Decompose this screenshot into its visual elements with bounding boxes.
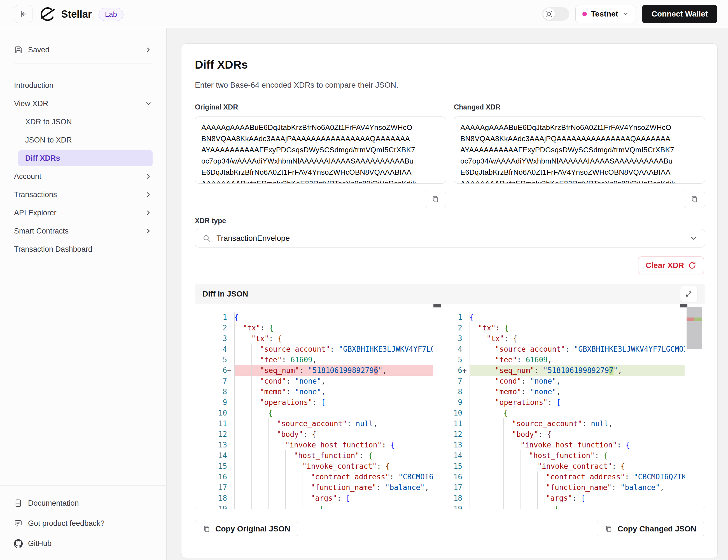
sidebar-item-saved[interactable]: Saved xyxy=(0,41,167,58)
diff-sash-handle[interactable] xyxy=(433,304,441,307)
indent-guide xyxy=(478,376,487,386)
sidebar-footer-got-product-feedback-[interactable]: Got product feedback? xyxy=(0,515,167,532)
diff-line-marker: − xyxy=(227,365,234,376)
code-line: 2"tx": { xyxy=(195,323,433,333)
brand[interactable]: Stellar Lab xyxy=(40,6,123,22)
chevron-down-icon xyxy=(622,11,629,17)
code-line: 8"memo": "none", xyxy=(195,386,433,397)
sidebar-item-account[interactable]: Account xyxy=(0,168,167,185)
indent-guide xyxy=(470,376,478,386)
sidebar-item-json-to-xdr[interactable]: JSON to XDR xyxy=(0,132,167,148)
code-line: 3"tx": { xyxy=(195,333,433,344)
scrollbar-thumb[interactable] xyxy=(687,307,702,349)
copy-changed-xdr-button[interactable] xyxy=(684,190,705,208)
diff-line-marker xyxy=(227,472,234,482)
chevron-right-icon xyxy=(145,209,152,216)
indent-guide xyxy=(503,493,512,503)
copy-original-xdr-button[interactable] xyxy=(425,190,446,208)
diff-overview-ruler xyxy=(687,304,702,509)
code-line: 16"contract_address": "CBCMOI6QZTKWWWVZ3… xyxy=(195,472,433,482)
clear-xdr-button[interactable]: Clear XDR xyxy=(638,256,704,274)
sidebar-item-transactions[interactable]: Transactions xyxy=(0,186,167,203)
connect-wallet-button[interactable]: Connect Wallet xyxy=(642,5,717,23)
indent-guide xyxy=(470,344,478,354)
indent-guide xyxy=(251,450,260,461)
chevron-down-icon xyxy=(690,234,697,242)
diff-xdrs-card: Diff XDRs Enter two Base-64 encoded XDRs… xyxy=(181,43,718,558)
indent-guide xyxy=(487,429,495,440)
original-xdr-textarea[interactable]: AAAAAgAAAABuE6DqJtabKrzBfrNo6A0Zt1FrFAV4… xyxy=(195,116,446,184)
indent-guide xyxy=(470,472,478,482)
xdr-type-select[interactable]: TransactionEnvelope xyxy=(195,229,705,248)
diff-json-header: Diff in JSON xyxy=(195,284,705,304)
copy-changed-json-button[interactable]: Copy Changed JSON xyxy=(597,520,704,538)
code-line: 7"cond": "none", xyxy=(195,376,433,386)
changed-xdr-textarea[interactable]: AAAAAgAAAABuE6DqJtabKrzBfrNo6A0Zt1FrFAV4… xyxy=(454,116,705,184)
sidebar-item-view-xdr[interactable]: View XDR xyxy=(0,95,167,112)
sidebar-item-introduction[interactable]: Introduction xyxy=(0,77,167,94)
expand-diff-button[interactable] xyxy=(680,286,697,302)
copy-original-json-button[interactable]: Copy Original JSON xyxy=(195,520,298,538)
code-line: 7"cond": "none", xyxy=(439,376,685,386)
indent-guide xyxy=(478,354,487,365)
indent-guide xyxy=(512,440,521,450)
indent-guide xyxy=(470,493,478,503)
sidebar-item-transaction-dashboard[interactable]: Transaction Dashboard xyxy=(0,241,167,258)
indent-guide xyxy=(512,472,521,482)
diff-left-pane[interactable]: 1{2"tx": {3"tx": {4"source_account": "GB… xyxy=(195,304,433,509)
indent-guide xyxy=(512,450,521,461)
xdr-text-line: AAAAAgAAAABuE6DqJtabKrzBfrNo6A0Zt1FrFAV4… xyxy=(460,122,699,133)
indent-guide xyxy=(234,408,243,418)
chevron-right-icon xyxy=(145,46,152,53)
sidebar-item-xdr-to-json[interactable]: XDR to JSON xyxy=(0,113,167,130)
indent-guide xyxy=(487,503,495,509)
network-selector[interactable]: Testnet xyxy=(575,5,636,23)
xdr-text-line: oc7op34/wAAAAdiYWxhbmNlAAAAAAIAAAASAAAAA… xyxy=(201,155,440,167)
changed-xdr-label: Changed XDR xyxy=(454,103,501,111)
sidebar-item-smart-contracts[interactable]: Smart Contracts xyxy=(0,223,167,239)
sidebar-item-label: JSON to XDR xyxy=(25,136,72,144)
diff-line-marker xyxy=(462,503,470,509)
line-number: 11 xyxy=(454,418,462,429)
sidebar-item-api-explorer[interactable]: API Explorer xyxy=(0,204,167,221)
sidebar-collapse-button[interactable] xyxy=(14,5,32,23)
code-line: 10{ xyxy=(439,408,685,418)
indent-guide xyxy=(503,472,512,482)
xdr-type-value: TransactionEnvelope xyxy=(216,234,684,243)
indent-guide xyxy=(277,482,285,493)
indent-guide xyxy=(470,429,478,440)
indent-guide xyxy=(268,503,277,509)
sidebar-item-diff-xdrs[interactable]: Diff XDRs xyxy=(0,150,167,167)
sidebar-footer-documentation[interactable]: Documentation xyxy=(0,495,167,512)
indent-guide xyxy=(251,493,260,503)
diff-right-pane[interactable]: 1{2"tx": {3"tx": {4"source_account": "GB… xyxy=(439,304,685,509)
indent-guide xyxy=(285,503,294,509)
theme-toggle[interactable] xyxy=(542,7,569,21)
indent-guide xyxy=(243,482,251,493)
indent-guide xyxy=(478,472,487,482)
line-number: 2 xyxy=(458,323,462,333)
indent-guide xyxy=(243,503,251,509)
ruler-sash-handle[interactable] xyxy=(680,304,687,307)
line-number: 4 xyxy=(458,344,462,354)
indent-guide xyxy=(234,386,243,397)
diff-line-marker xyxy=(227,386,234,397)
sidebar-footer-github[interactable]: GitHub xyxy=(0,535,167,552)
indent-guide xyxy=(260,503,269,509)
indent-guide xyxy=(268,482,277,493)
code-line: 1{ xyxy=(195,312,433,323)
indent-guide xyxy=(495,450,504,461)
indent-guide xyxy=(251,461,260,472)
indent-guide xyxy=(277,493,285,503)
line-number: 9 xyxy=(223,397,227,408)
code-line: 18"args": [ xyxy=(439,493,685,503)
diff-line-marker xyxy=(462,323,470,333)
indent-guide xyxy=(470,365,478,376)
code-line: 4"source_account": "GBXBHIHKE3LJWKV4YF7L… xyxy=(439,344,685,354)
book-icon xyxy=(14,499,22,507)
indent-guide xyxy=(487,354,495,365)
stellar-logo-icon xyxy=(40,6,56,22)
diff-line-marker xyxy=(462,472,470,482)
indent-guide xyxy=(512,482,521,493)
indent-guide xyxy=(260,472,269,482)
